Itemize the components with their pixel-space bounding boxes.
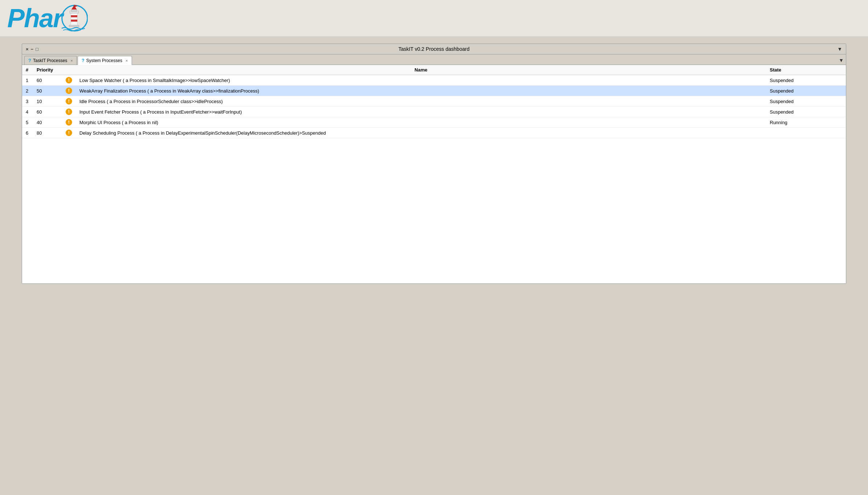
cell-name: WeakArray Finalization Process ( a Proce… [76,86,766,96]
table-row[interactable]: 2 50 ! WeakArray Finalization Process ( … [22,86,846,96]
cell-num: 6 [22,128,33,138]
cell-priority: 10 [33,96,62,107]
warning-icon[interactable]: ! [66,119,72,126]
cell-num: 3 [22,96,33,107]
col-header-state: State [766,65,846,75]
cell-icon: ! [62,128,76,138]
cell-state: Suspended [766,86,846,96]
minimize-button[interactable]: − [31,47,34,52]
cell-icon: ! [62,107,76,117]
cell-state: Suspended [766,96,846,107]
cell-state [766,128,846,138]
window-titlebar: × − □ TaskIT v0.2 Process dashboard ▼ [22,44,846,54]
col-header-name: Name [76,65,766,75]
tab-taskit-label: TaskIT Processes [33,58,67,63]
cell-icon: ! [62,117,76,128]
warning-icon[interactable]: ! [66,130,72,136]
tab-system-label: System Processes [86,58,122,63]
logo-lighthouse-icon [59,4,88,33]
col-header-icon [62,65,76,75]
cell-name: Low Space Watcher ( a Process in Smallta… [76,75,766,86]
cell-name: Input Event Fetcher Process ( a Process … [76,107,766,117]
main-window: × − □ TaskIT v0.2 Process dashboard ▼ ? … [22,44,846,284]
table-container: # Priority Name State 1 60 ! Low Space W… [22,65,846,283]
top-area: Phar [0,0,868,36]
svg-rect-3 [71,20,78,22]
cell-state: Suspended [766,107,846,117]
col-header-num: # [22,65,33,75]
warning-icon[interactable]: ! [66,109,72,115]
cell-priority: 40 [33,117,62,128]
process-table: # Priority Name State 1 60 ! Low Space W… [22,65,846,138]
svg-rect-5 [71,9,77,12]
tab-system-close[interactable]: × [125,58,128,63]
window-controls: × − □ [26,47,38,52]
svg-rect-2 [71,15,78,17]
cell-state: Running [766,117,846,128]
tab-system[interactable]: ? System Processes × [78,56,132,65]
cell-name: Delay Scheduling Process ( a Process in … [76,128,766,138]
tabs-dropdown-button[interactable]: ▼ [839,57,844,65]
logo-text: Phar [7,5,62,31]
cell-num: 1 [22,75,33,86]
cell-priority: 80 [33,128,62,138]
tabs-bar: ? TaskIT Processes × ? System Processes … [22,54,846,65]
close-button[interactable]: × [26,47,29,52]
cell-icon: ! [62,75,76,86]
cell-priority: 50 [33,86,62,96]
warning-icon[interactable]: ! [66,98,72,105]
cell-priority: 60 [33,107,62,117]
tab-taskit[interactable]: ? TaskIT Processes × [24,56,77,65]
warning-icon[interactable]: ! [66,87,72,94]
table-header-row: # Priority Name State [22,65,846,75]
cell-name: Idle Process ( a Process in ProcessorSch… [76,96,766,107]
table-row[interactable]: 4 60 ! Input Event Fetcher Process ( a P… [22,107,846,117]
cell-priority: 60 [33,75,62,86]
tab-taskit-close[interactable]: × [70,58,73,63]
process-table-body: 1 60 ! Low Space Watcher ( a Process in … [22,75,846,138]
svg-rect-7 [74,5,75,7]
empty-table-area [22,138,846,283]
cell-icon: ! [62,86,76,96]
cell-icon: ! [62,96,76,107]
svg-rect-1 [71,12,78,25]
table-row[interactable]: 6 80 ! Delay Scheduling Process ( a Proc… [22,128,846,138]
table-row[interactable]: 5 40 ! Morphic UI Process ( a Process in… [22,117,846,128]
maximize-button[interactable]: □ [36,47,38,52]
cell-num: 2 [22,86,33,96]
svg-rect-9 [69,25,79,27]
tab-taskit-icon: ? [28,58,31,63]
cell-state: Suspended [766,75,846,86]
window-dropdown-button[interactable]: ▼ [837,46,842,52]
window-title: TaskIT v0.2 Process dashboard [398,46,470,52]
warning-icon[interactable]: ! [66,77,72,83]
table-row[interactable]: 3 10 ! Idle Process ( a Process in Proce… [22,96,846,107]
tab-system-icon: ? [82,58,84,63]
cell-num: 4 [22,107,33,117]
logo-area: Phar [7,4,88,33]
cell-num: 5 [22,117,33,128]
cell-name: Morphic UI Process ( a Process in nil) [76,117,766,128]
col-header-priority: Priority [33,65,62,75]
table-row[interactable]: 1 60 ! Low Space Watcher ( a Process in … [22,75,846,86]
